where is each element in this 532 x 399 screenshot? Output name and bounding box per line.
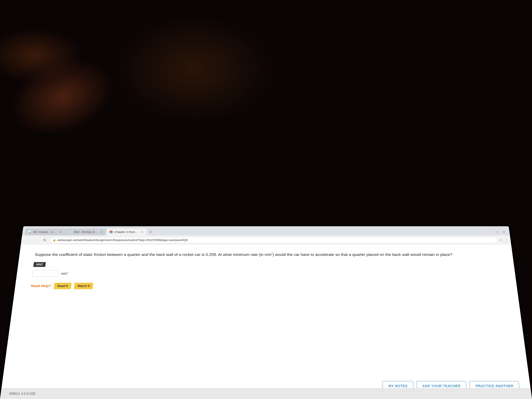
tab-mail-label: Mail - Bishop Jr., Leslie - Outlook [74, 230, 98, 234]
chrome-titlebar: 📊 My Grades – College Physics I (… ✕ 📧 M… [22, 226, 510, 235]
close-button[interactable]: ✕ [500, 230, 507, 234]
tab-mail-close[interactable]: ✕ [100, 230, 103, 234]
answer-input[interactable] [32, 270, 59, 277]
need-help-label: Need Help? [31, 284, 51, 288]
tab-homework-label: Chapter 4 Homework - PH 101… [114, 230, 139, 234]
bottom-bar-text: 036011 4 5 D 032 [9, 392, 36, 396]
read-it-button[interactable]: Read It [54, 283, 71, 289]
menu-dots-icon[interactable]: ⋮ [504, 238, 508, 242]
tab-homework-close[interactable]: ✕ [140, 230, 144, 234]
unit-label: m/s2 [61, 272, 68, 276]
need-help-row: Need Help? Read It Watch It [31, 283, 507, 289]
bg-decoration-3 [111, 14, 277, 125]
tab-grades-close[interactable]: ✕ [59, 230, 63, 234]
chrome-addressbar: ← → ↻ 🔒 webassign.net/web/Student/Assign… [21, 235, 511, 245]
maximize-button[interactable]: □ [494, 230, 500, 234]
tab-grades[interactable]: 📊 My Grades – College Physics I (… ✕ [25, 228, 66, 235]
lock-icon: 🔒 [52, 239, 56, 242]
hint-badge[interactable]: HINT [33, 262, 46, 267]
question-text: Suppose the coefficient of static fricti… [34, 252, 503, 257]
watch-it-button[interactable]: Watch It [74, 283, 93, 289]
bookmark-icon[interactable]: ☆ [499, 238, 503, 242]
page-content: Suppose the coefficient of static fricti… [0, 245, 532, 399]
tab-homework-favicon: 📚 [109, 230, 113, 234]
tab-grades-favicon: 📊 [28, 230, 32, 234]
new-tab-button[interactable]: + [146, 228, 155, 235]
minimize-button[interactable]: − [488, 230, 494, 234]
back-button[interactable]: ← [24, 237, 31, 243]
window-controls: − □ ✕ [488, 230, 507, 235]
refresh-button[interactable]: ↻ [41, 237, 48, 243]
tab-mail-favicon: 📧 [69, 230, 72, 234]
tab-grades-label: My Grades – College Physics I (… [33, 230, 58, 234]
url-text: webassign.net/web/Student/Assignment-Res… [57, 238, 495, 242]
page-bottom-bar: 036011 4 5 D 032 [0, 388, 532, 399]
forward-button[interactable]: → [32, 237, 40, 243]
answer-row: m/s2 [32, 270, 505, 277]
browser-window: 📊 My Grades – College Physics I (… ✕ 📧 M… [0, 226, 532, 399]
address-bar[interactable]: 🔒 webassign.net/web/Student/Assignment-R… [50, 237, 498, 243]
tab-homework[interactable]: 📚 Chapter 4 Homework - PH 101… ✕ [106, 228, 147, 235]
tab-mail[interactable]: 📧 Mail - Bishop Jr., Leslie - Outlook ✕ [65, 228, 107, 235]
